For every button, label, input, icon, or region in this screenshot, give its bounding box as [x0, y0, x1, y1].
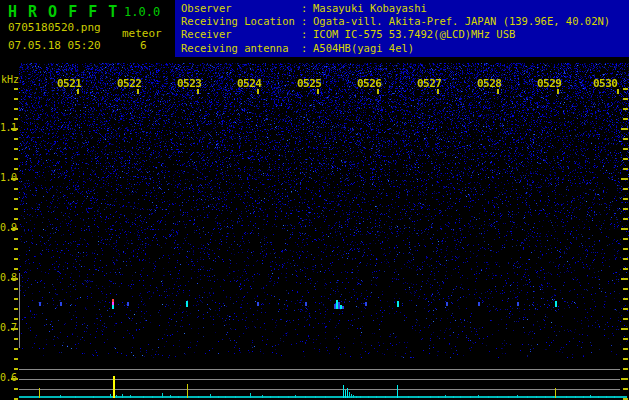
minute-tick	[137, 89, 139, 94]
freq-tick-right	[621, 128, 628, 130]
signal-spike	[418, 396, 419, 398]
meteor-echo	[397, 301, 399, 307]
level-gridline	[19, 379, 620, 380]
freq-tick-right	[623, 358, 628, 360]
signal-spike	[356, 396, 357, 398]
time-axis-label: 0530	[593, 77, 618, 90]
meteor-echo	[517, 302, 519, 306]
freq-tick-left	[14, 198, 18, 200]
signal-spike	[75, 396, 76, 398]
freq-tick-left	[14, 148, 18, 150]
freq-tick-right	[623, 388, 628, 390]
minute-tick	[557, 89, 559, 94]
signal-spike	[130, 395, 131, 398]
freq-tick-left	[14, 168, 18, 170]
signal-spike	[351, 394, 352, 398]
freq-tick-left	[11, 278, 18, 280]
freq-tick-left	[14, 348, 18, 350]
signal-spike	[305, 396, 306, 398]
freq-tick-right	[621, 378, 628, 380]
signal-spike	[478, 395, 479, 398]
freq-tick-right	[621, 278, 628, 280]
signal-spike	[218, 396, 219, 398]
level-gridline	[19, 369, 620, 370]
signal-spike	[343, 385, 344, 398]
freq-tick-right	[623, 248, 628, 250]
signal-spike	[397, 385, 398, 398]
info-row-receiver: Receiver:ICOM IC-575 53.7492(@LCD)MHz US…	[181, 28, 629, 41]
level-gridline	[19, 389, 620, 390]
meteor-detection-mark	[113, 376, 115, 398]
signal-spike	[235, 396, 236, 398]
minute-tick	[257, 89, 259, 94]
freq-tick-left	[11, 128, 18, 130]
info-label: Observer	[181, 2, 301, 15]
signal-spike	[445, 395, 446, 398]
signal-spike	[385, 396, 386, 398]
signal-spike	[536, 396, 537, 398]
freq-tick-left	[14, 88, 18, 90]
freq-tick-right	[623, 108, 628, 110]
minute-tick	[197, 89, 199, 94]
freq-tick-right	[621, 228, 628, 230]
freq-tick-left	[14, 98, 18, 100]
freq-tick-left	[14, 158, 18, 160]
freq-tick-left	[14, 238, 18, 240]
signal-spike	[152, 396, 153, 398]
freq-tick-right	[623, 88, 628, 90]
signal-spike	[178, 396, 179, 398]
freq-tick-right	[623, 168, 628, 170]
freq-tick-left	[14, 218, 18, 220]
meteor-detection-mark	[39, 388, 40, 398]
signal-spike	[453, 396, 454, 398]
meteor-detection-mark	[555, 388, 556, 398]
meteor-echo	[365, 302, 367, 306]
minute-tick	[377, 89, 379, 94]
frequency-unit-label: kHz	[1, 74, 19, 85]
minute-tick	[317, 89, 319, 94]
freq-tick-left	[14, 338, 18, 340]
colon: :	[301, 42, 313, 55]
freq-tick-left	[11, 328, 18, 330]
freq-tick-right	[623, 258, 628, 260]
freq-tick-right	[623, 298, 628, 300]
signal-spike	[508, 396, 509, 398]
freq-tick-left	[14, 288, 18, 290]
signal-spike	[566, 396, 567, 398]
signal-spike	[325, 396, 326, 398]
freq-tick-right	[623, 338, 628, 340]
meteor-detection-mark	[187, 384, 188, 398]
freq-tick-right	[623, 138, 628, 140]
signal-spike	[225, 396, 226, 398]
signal-spike	[262, 395, 263, 398]
hrofft-screen: H R O F F T 1.0.0 0705180520.png meteor …	[0, 0, 629, 400]
signal-spike	[376, 396, 377, 398]
freq-tick-right	[621, 328, 628, 330]
signal-spike	[278, 396, 279, 398]
signal-spike	[553, 396, 554, 398]
minute-tick	[437, 89, 439, 94]
meteor-echo	[186, 301, 188, 307]
freq-tick-right	[623, 158, 628, 160]
signal-spike	[170, 395, 171, 398]
app-title: H R O F F T	[8, 3, 118, 21]
freq-tick-left	[14, 268, 18, 270]
signal-spike	[614, 396, 615, 398]
signal-spike	[93, 396, 94, 398]
freq-tick-right	[623, 148, 628, 150]
info-value: Ogata-vill. Akita-Pref. JAPAN (139.96E, …	[313, 15, 610, 28]
signal-spike	[353, 395, 354, 398]
freq-tick-left	[14, 388, 18, 390]
signal-spike	[250, 393, 251, 398]
meteor-echo	[305, 302, 307, 306]
signal-spike	[347, 388, 348, 398]
signal-spike	[598, 396, 599, 398]
signal-spike	[210, 394, 211, 398]
signal-spike	[110, 394, 111, 398]
freq-tick-right	[623, 198, 628, 200]
signal-spike	[270, 396, 271, 398]
signal-spike	[590, 395, 591, 398]
signal-spike	[368, 396, 369, 398]
info-value: A504HB(yagi 4el)	[313, 42, 414, 55]
info-row-location: Receiving Location:Ogata-vill. Akita-Pre…	[181, 15, 629, 28]
